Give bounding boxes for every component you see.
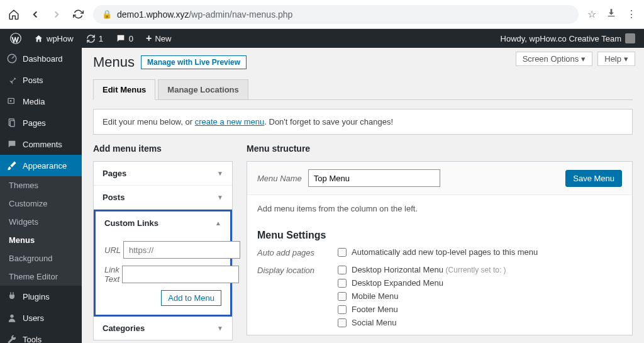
media-icon [6, 96, 18, 107]
wp-admin-toolbar: wpHow 1 0 +New Howdy, wpHow.co Creative … [0, 29, 644, 48]
download-icon[interactable] [606, 8, 616, 21]
link-text-label: Link Text [104, 265, 119, 284]
sidebar-sub-widgets[interactable]: Widgets [0, 213, 82, 231]
sidebar-item-label: Pages [23, 118, 46, 128]
sidebar-item-tools[interactable]: Tools [0, 329, 82, 343]
back-icon[interactable] [29, 8, 42, 21]
page-title: Menus [93, 54, 135, 70]
url-path: /wp-admin/nav-menus.php [189, 9, 292, 20]
comment-icon [6, 138, 18, 150]
plugin-icon [6, 291, 18, 302]
help-button[interactable]: Help ▾ [597, 52, 635, 66]
structure-intro: Add menu items from the column on the le… [257, 204, 622, 213]
display-location-option[interactable]: Social Menu [338, 318, 622, 327]
display-location-option[interactable]: Desktop Expanded Menu [338, 278, 622, 288]
browser-toolbar: 🔒 demo1.wphow.xyz/wp-admin/nav-menus.php… [0, 0, 644, 29]
display-location-checkbox[interactable] [338, 305, 347, 314]
auto-add-checkbox[interactable] [338, 248, 347, 257]
comments-link[interactable]: 0 [111, 29, 138, 48]
display-location-option[interactable]: Footer Menu [338, 305, 622, 314]
page-icon [6, 117, 18, 128]
user-icon [6, 312, 18, 323]
structure-heading: Menu structure [247, 143, 633, 154]
dashboard-icon [6, 53, 18, 64]
bookmark-icon[interactable]: ☆ [587, 8, 596, 20]
screen-options-button[interactable]: Screen Options ▾ [516, 52, 593, 66]
menu-name-input[interactable] [308, 169, 440, 187]
display-location-checkbox[interactable] [338, 318, 347, 327]
wp-logo[interactable] [5, 29, 26, 48]
menu-icon[interactable]: ⋮ [626, 8, 636, 20]
accordion-posts[interactable]: Posts▼ [94, 186, 232, 209]
sidebar-item-users[interactable]: Users [0, 307, 82, 329]
main-content: Screen Options ▾ Help ▾ Menus Manage wit… [82, 48, 644, 343]
display-location-option[interactable]: Desktop Horizontal Menu (Currently set t… [338, 265, 622, 274]
updates-link[interactable]: 1 [81, 29, 108, 48]
sidebar-item-label: Comments [23, 140, 62, 149]
sidebar-item-label: Users [23, 313, 44, 323]
nav-tabs: Edit Menus Manage Locations [93, 79, 633, 100]
sidebar-sub-theme-editor[interactable]: Theme Editor [0, 267, 82, 286]
svg-rect-5 [10, 121, 14, 127]
display-location-option[interactable]: Mobile Menu [338, 291, 622, 301]
url-domain: demo1.wphow.xyz [117, 9, 189, 20]
reload-icon[interactable] [72, 8, 84, 21]
notice-box: Edit your menu below, or create a new me… [93, 109, 633, 135]
add-items-accordion: Pages▼ Posts▼ Custom Links▲ URL Link Tex… [93, 161, 233, 340]
url-label: URL [104, 245, 121, 255]
home-icon[interactable] [8, 8, 20, 21]
menu-name-label: Menu Name [257, 174, 302, 183]
menu-settings-heading: Menu Settings [257, 230, 622, 241]
display-location-checkbox[interactable] [338, 279, 347, 288]
site-link[interactable]: wpHow [29, 29, 79, 48]
admin-sidebar: DashboardPostsMediaPagesCommentsAppearan… [0, 48, 82, 343]
sidebar-item-plugins[interactable]: Plugins [0, 286, 82, 307]
create-menu-link[interactable]: create a new menu [195, 117, 265, 127]
forward-icon [50, 8, 63, 21]
custom-link-text-input[interactable] [122, 266, 239, 283]
accordion-custom-links[interactable]: Custom Links▲ [96, 211, 230, 235]
sidebar-item-label: Posts [23, 76, 43, 85]
sidebar-item-media[interactable]: Media [0, 91, 82, 112]
display-location-checkbox[interactable] [338, 266, 347, 274]
sidebar-sub-background[interactable]: Background [0, 249, 82, 267]
sidebar-sub-customize[interactable]: Customize [0, 194, 82, 213]
pin-icon [6, 74, 18, 86]
svg-point-3 [10, 100, 12, 102]
add-to-menu-button[interactable]: Add to Menu [161, 290, 221, 306]
save-menu-button[interactable]: Save Menu [565, 170, 622, 187]
tab-manage-locations[interactable]: Manage Locations [158, 79, 248, 99]
new-link[interactable]: +New [141, 29, 176, 48]
sidebar-sub-menus[interactable]: Menus [0, 231, 82, 249]
sidebar-item-label: Dashboard [23, 54, 63, 64]
sidebar-item-pages[interactable]: Pages [0, 112, 82, 133]
sidebar-item-dashboard[interactable]: Dashboard [0, 48, 82, 69]
sidebar-item-label: Media [23, 97, 45, 106]
wrench-icon [6, 334, 18, 343]
url-bar[interactable]: 🔒 demo1.wphow.xyz/wp-admin/nav-menus.php [93, 5, 579, 24]
accordion-pages[interactable]: Pages▼ [94, 162, 232, 185]
add-items-heading: Add menu items [93, 143, 233, 154]
sidebar-item-comments[interactable]: Comments [0, 133, 82, 155]
svg-point-6 [10, 315, 13, 318]
auto-add-option[interactable]: Automatically add new top-level pages to… [338, 247, 622, 257]
live-preview-button[interactable]: Manage with Live Preview [141, 55, 247, 69]
avatar [625, 33, 635, 43]
sidebar-item-appearance[interactable]: Appearance [0, 155, 82, 176]
display-location-label: Display location [257, 265, 325, 327]
brush-icon [6, 160, 18, 171]
sidebar-sub-themes[interactable]: Themes [0, 176, 82, 194]
howdy-link[interactable]: Howdy, wpHow.co Creative Team [501, 33, 639, 43]
auto-add-label: Auto add pages [257, 247, 325, 257]
accordion-categories[interactable]: Categories▼ [94, 317, 232, 340]
display-location-checkbox[interactable] [338, 292, 347, 301]
sidebar-item-label: Tools [23, 335, 42, 344]
sidebar-item-label: Plugins [23, 292, 50, 301]
sidebar-item-posts[interactable]: Posts [0, 69, 82, 91]
sidebar-item-label: Appearance [23, 161, 67, 171]
custom-url-input[interactable] [123, 241, 240, 259]
tab-edit-menus[interactable]: Edit Menus [93, 79, 155, 100]
menu-card: Menu Name Save Menu Add menu items from … [247, 161, 633, 335]
lock-icon: 🔒 [102, 9, 112, 19]
